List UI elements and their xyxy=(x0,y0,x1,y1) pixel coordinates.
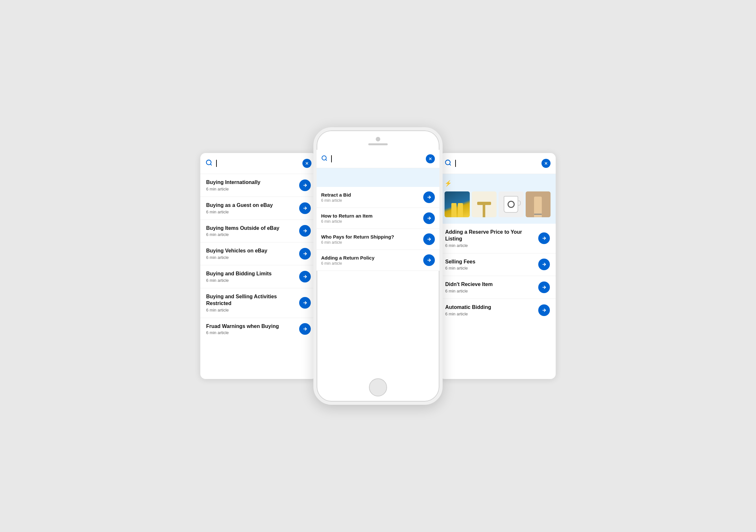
left-item-content-4: Buying and Bidding Limits 6 min article xyxy=(206,270,299,283)
left-list-item-2[interactable]: Buying Items Outside of eBay 6 min artic… xyxy=(200,220,317,243)
right-list-item-0[interactable]: Adding a Reserve Price to Your Listing 6… xyxy=(439,224,556,253)
left-item-sub-3: 6 min article xyxy=(206,255,299,260)
right-clear-button[interactable] xyxy=(541,159,551,168)
middle-cursor xyxy=(331,155,332,163)
right-item-content-2: Didn't Recieve Item 6 min article xyxy=(445,281,538,293)
middle-clear-button[interactable] xyxy=(426,154,435,163)
svg-line-12 xyxy=(326,160,327,161)
middle-item-title-0: Retract a Bid xyxy=(321,192,423,197)
left-search-text[interactable] xyxy=(216,160,299,167)
left-list-item-5[interactable]: Buying and Selling Activities Restricted… xyxy=(200,288,317,318)
svg-line-1 xyxy=(210,164,212,165)
right-item-title-1: Selling Fees xyxy=(445,259,538,266)
arrow-button[interactable] xyxy=(423,213,435,224)
phone-wrap: Retract a Bid 6 min article How to Retur… xyxy=(313,127,443,405)
left-list-item-0[interactable]: Buying Internationally 6 min article xyxy=(200,174,317,197)
left-item-title-0: Buying Internationally xyxy=(206,179,299,186)
middle-list-item-0[interactable]: Retract a Bid 6 min article xyxy=(317,187,439,208)
promo-image-leg[interactable] xyxy=(526,191,551,217)
left-item-content-1: Buying as a Guest on eBay 6 min article xyxy=(206,202,299,215)
left-item-sub-4: 6 min article xyxy=(206,278,299,283)
definition-box xyxy=(317,168,439,187)
left-item-title-6: Fruad Warnings when Buying xyxy=(206,323,299,330)
left-item-sub-5: 6 min article xyxy=(206,308,299,313)
arrow-button[interactable] xyxy=(299,323,311,335)
promo-image-boots[interactable] xyxy=(445,191,470,217)
right-cursor xyxy=(455,160,456,167)
middle-item-content-1: How to Return an Item 6 min article xyxy=(321,213,423,224)
middle-item-sub-1: 6 min article xyxy=(321,219,423,224)
promo-image-mug[interactable] xyxy=(499,191,524,217)
arrow-button[interactable] xyxy=(299,202,311,214)
arrow-button[interactable] xyxy=(538,304,550,316)
left-item-sub-2: 6 min article xyxy=(206,232,299,237)
phone-home-button[interactable] xyxy=(369,378,387,396)
right-item-sub-3: 6 min article xyxy=(445,312,538,317)
promo-images xyxy=(445,191,551,217)
left-cursor xyxy=(216,160,217,167)
left-item-sub-1: 6 min article xyxy=(206,210,299,215)
middle-item-content-3: Adding a Return Policy 6 min article xyxy=(321,255,423,266)
left-item-content-2: Buying Items Outside of eBay 6 min artic… xyxy=(206,225,299,237)
right-results-list: Adding a Reserve Price to Your Listing 6… xyxy=(439,224,556,321)
right-list-item-1[interactable]: Selling Fees 6 min article xyxy=(439,253,556,276)
search-icon xyxy=(205,159,213,167)
left-list-item-4[interactable]: Buying and Bidding Limits 6 min article xyxy=(200,266,317,288)
arrow-button[interactable] xyxy=(299,248,311,260)
svg-point-11 xyxy=(322,156,326,160)
svg-point-19 xyxy=(446,160,450,165)
left-panel: Buying Internationally 6 min article Buy… xyxy=(200,153,317,379)
right-list-item-3[interactable]: Automatic Bidding 6 min article xyxy=(439,299,556,321)
middle-search-text[interactable] xyxy=(331,155,422,163)
arrow-button[interactable] xyxy=(299,225,311,237)
arrow-button[interactable] xyxy=(423,233,435,245)
middle-item-content-0: Retract a Bid 6 min article xyxy=(321,192,423,203)
arrow-button[interactable] xyxy=(538,259,550,270)
left-list-item-3[interactable]: Buying Vehicles on eBay 6 min article xyxy=(200,242,317,266)
arrow-button[interactable] xyxy=(538,282,550,293)
left-item-sub-0: 6 min article xyxy=(206,187,299,191)
left-list-item-1[interactable]: Buying as a Guest on eBay 6 min article xyxy=(200,197,317,220)
left-item-content-3: Buying Vehicles on eBay 6 min article xyxy=(206,248,299,260)
left-list-item-6[interactable]: Fruad Warnings when Buying 6 min article xyxy=(200,318,317,341)
middle-list-item-2[interactable]: Who Pays for Return Shipping? 6 min arti… xyxy=(317,229,439,250)
right-list-item-2[interactable]: Didn't Recieve Item 6 min article xyxy=(439,276,556,299)
left-results-list: Buying Internationally 6 min article Buy… xyxy=(200,174,317,340)
middle-item-content-2: Who Pays for Return Shipping? 6 min arti… xyxy=(321,234,423,245)
middle-search-icon xyxy=(321,155,328,163)
arrow-button[interactable] xyxy=(299,297,311,309)
middle-item-sub-3: 6 min article xyxy=(321,261,423,266)
right-search-icon xyxy=(445,159,452,167)
middle-search-bar xyxy=(317,150,439,168)
arrow-button[interactable] xyxy=(299,271,311,283)
middle-list-item-3[interactable]: Adding a Return Policy 6 min article xyxy=(317,250,439,271)
middle-list-item-1[interactable]: How to Return an Item 6 min article xyxy=(317,208,439,229)
promo-image-table[interactable] xyxy=(472,191,497,217)
left-item-content-5: Buying and Selling Activities Restricted… xyxy=(206,293,299,313)
right-item-sub-2: 6 min article xyxy=(445,289,538,293)
arrow-button[interactable] xyxy=(299,180,311,191)
right-item-content-3: Automatic Bidding 6 min article xyxy=(445,304,538,317)
left-item-title-3: Buying Vehicles on eBay xyxy=(206,248,299,254)
right-item-title-2: Didn't Recieve Item xyxy=(445,281,538,288)
phone-camera xyxy=(376,137,380,141)
arrow-button[interactable] xyxy=(423,254,435,266)
right-search-text[interactable] xyxy=(455,160,538,167)
left-item-title-4: Buying and Bidding Limits xyxy=(206,270,299,277)
phone-notch xyxy=(368,137,388,145)
left-clear-button[interactable] xyxy=(302,159,311,168)
arrow-button[interactable] xyxy=(423,191,435,203)
right-item-content-1: Selling Fees 6 min article xyxy=(445,259,538,271)
left-item-sub-6: 6 min article xyxy=(206,330,299,335)
phone-speaker xyxy=(368,143,388,145)
scene: Buying Internationally 6 min article Buy… xyxy=(168,127,588,405)
svg-line-20 xyxy=(449,164,451,165)
lightning-icon: ⚡ xyxy=(445,180,452,187)
left-item-content-0: Buying Internationally 6 min article xyxy=(206,179,299,191)
left-item-title-2: Buying Items Outside of eBay xyxy=(206,225,299,232)
phone: Retract a Bid 6 min article How to Retur… xyxy=(313,127,443,405)
arrow-button[interactable] xyxy=(538,232,550,244)
right-item-content-0: Adding a Reserve Price to Your Listing 6… xyxy=(445,229,538,248)
middle-item-sub-0: 6 min article xyxy=(321,198,423,203)
right-item-sub-1: 6 min article xyxy=(445,266,538,270)
